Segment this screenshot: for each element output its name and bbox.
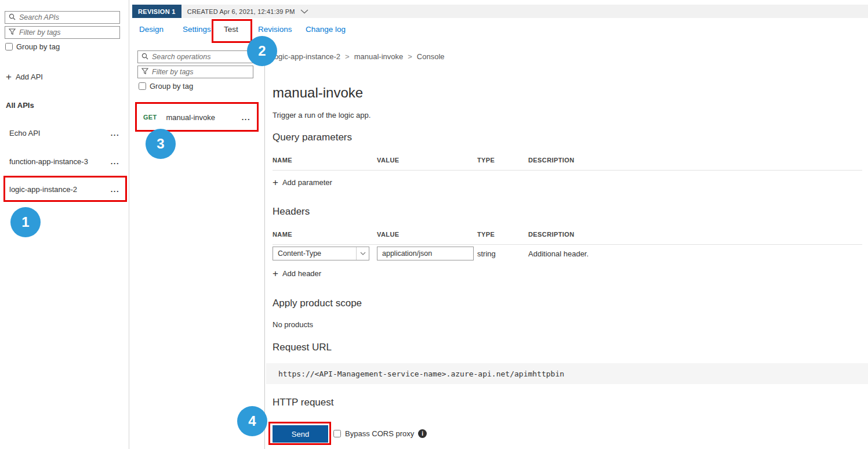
tab-test[interactable]: Test	[224, 25, 238, 34]
revision-created-text: CREATED Apr 6, 2021, 12:41:39 PM	[187, 8, 295, 15]
apim-test-console-screen: Group by tag + Add API All APIs Echo API…	[0, 0, 868, 449]
search-operations-field	[137, 50, 253, 63]
plus-icon: +	[273, 178, 278, 187]
search-apis-input[interactable]	[19, 13, 116, 21]
search-operations-input[interactable]	[152, 53, 249, 61]
annotation-step-1-badge: 1	[10, 207, 41, 237]
tab-design[interactable]: Design	[139, 25, 164, 34]
headers-table-header: NAME VALUE TYPE DESCRIPTION	[273, 231, 862, 245]
info-icon[interactable]: i	[418, 429, 427, 438]
header-value-input[interactable]	[377, 247, 474, 260]
more-options-icon[interactable]: ...	[242, 113, 250, 122]
sidebar-item-echo-api[interactable]: Echo API ...	[0, 124, 129, 142]
http-method-badge: GET	[143, 114, 157, 121]
headers-heading: Headers	[273, 206, 310, 218]
all-apis-heading: All APIs	[6, 101, 34, 110]
filter-operations-tags-field	[137, 66, 253, 78]
plus-icon: +	[273, 269, 278, 278]
operations-group-by-tag-row[interactable]: Group by tag	[139, 82, 193, 90]
header-type-text: string	[477, 249, 528, 258]
filter-icon	[9, 28, 16, 37]
column-name: NAME	[273, 231, 377, 238]
header-description-text: Additional header.	[528, 249, 862, 258]
annotation-step-3-badge: 3	[146, 129, 176, 159]
filter-icon	[141, 68, 148, 77]
annotation-step-2-badge: 2	[247, 36, 277, 66]
filter-tags-input[interactable]	[19, 28, 116, 37]
request-url-text: https://<API-Management-service-name>.az…	[278, 370, 564, 378]
bypass-cors-checkbox[interactable]	[333, 430, 341, 437]
revision-badge: REVISION 1	[132, 5, 181, 18]
sidebar-item-function-app-instance-3[interactable]: function-app-instance-3 ...	[0, 153, 129, 170]
header-row-content-type: Content-Type string Additional header.	[273, 247, 862, 260]
add-parameter-button[interactable]: + Add parameter	[273, 178, 332, 187]
column-type: TYPE	[477, 157, 528, 164]
group-by-tag-row[interactable]: Group by tag	[5, 42, 60, 51]
add-api-button[interactable]: + Add API	[6, 72, 43, 82]
panel-divider	[264, 44, 265, 449]
request-url-box: https://<API-Management-service-name>.az…	[266, 363, 868, 384]
tab-change-log[interactable]: Change log	[306, 25, 346, 34]
add-api-label: Add API	[16, 73, 43, 81]
breadcrumb: logic-app-instance-2 > manual-invoke > C…	[273, 52, 445, 61]
tab-revisions[interactable]: Revisions	[258, 25, 292, 34]
no-products-text: No products	[273, 320, 313, 329]
query-parameters-table-header: NAME VALUE TYPE DESCRIPTION	[273, 157, 862, 171]
column-type: TYPE	[477, 231, 528, 238]
add-header-label: Add header	[282, 269, 321, 278]
column-value: VALUE	[377, 157, 477, 164]
api-label: function-app-instance-3	[9, 157, 88, 166]
header-name-value: Content-Type	[278, 249, 321, 258]
header-name-select[interactable]: Content-Type	[273, 247, 369, 260]
group-by-tag-label: Group by tag	[16, 42, 60, 51]
plus-icon: +	[6, 72, 12, 82]
search-apis-field	[5, 11, 120, 24]
more-options-icon[interactable]: ...	[111, 157, 119, 166]
request-url-heading: Request URL	[273, 342, 332, 353]
api-label: Echo API	[9, 129, 40, 137]
more-options-icon[interactable]: ...	[111, 129, 119, 137]
tab-settings[interactable]: Settings	[183, 25, 211, 34]
send-button[interactable]: Send	[273, 425, 328, 443]
bypass-cors-label: Bypass CORS proxy	[345, 429, 414, 438]
query-parameters-heading: Query parameters	[273, 132, 352, 143]
operation-item-manual-invoke[interactable]: GET manual-invoke ...	[138, 105, 256, 129]
http-request-heading: HTTP request	[273, 397, 334, 408]
column-description: DESCRIPTION	[528, 231, 862, 238]
operations-group-by-tag-checkbox[interactable]	[139, 82, 146, 90]
breadcrumb-api[interactable]: logic-app-instance-2	[273, 52, 340, 61]
more-options-icon[interactable]: ...	[111, 185, 119, 194]
breadcrumb-operation[interactable]: manual-invoke	[354, 52, 404, 61]
api-label: logic-app-instance-2	[9, 185, 77, 194]
group-by-tag-checkbox[interactable]	[5, 43, 13, 50]
filter-tags-field	[5, 26, 120, 39]
add-parameter-label: Add parameter	[282, 178, 332, 187]
operations-group-by-tag-label: Group by tag	[150, 82, 193, 90]
page-title: manual-invoke	[273, 85, 363, 101]
bypass-cors-row[interactable]: Bypass CORS proxy i	[333, 429, 427, 438]
breadcrumb-separator: >	[345, 52, 350, 61]
column-description: DESCRIPTION	[528, 157, 862, 164]
add-header-button[interactable]: + Add header	[273, 269, 321, 278]
operation-name: manual-invoke	[166, 113, 216, 122]
sidebar-item-logic-app-instance-2[interactable]: logic-app-instance-2 ...	[0, 180, 129, 198]
breadcrumb-separator: >	[408, 52, 412, 61]
revision-bar: REVISION 1 CREATED Apr 6, 2021, 12:41:39…	[132, 5, 868, 18]
column-name: NAME	[273, 157, 377, 164]
operation-description: Trigger a run of the logic app.	[273, 111, 371, 120]
column-value: VALUE	[377, 231, 477, 238]
search-icon	[9, 13, 16, 22]
chevron-down-icon	[356, 247, 369, 260]
filter-operations-tags-input[interactable]	[152, 68, 249, 76]
search-icon	[141, 53, 148, 61]
breadcrumb-console: Console	[417, 52, 445, 61]
product-scope-heading: Apply product scope	[273, 298, 362, 309]
annotation-step-4-badge: 4	[237, 406, 267, 436]
chevron-down-icon[interactable]	[300, 9, 308, 14]
